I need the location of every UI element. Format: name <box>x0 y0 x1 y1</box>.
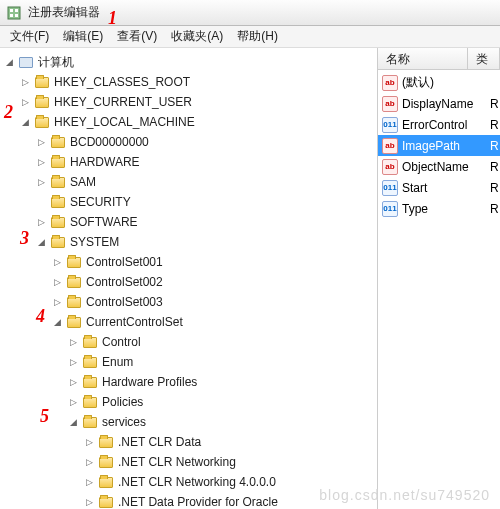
tree-enum[interactable]: Enum <box>102 355 133 369</box>
tree-services[interactable]: services <box>102 415 146 429</box>
value-name: DisplayName <box>402 97 488 111</box>
value-name: Start <box>402 181 488 195</box>
value-name: (默认) <box>402 74 488 91</box>
list-row[interactable]: abDisplayNameR <box>378 93 500 114</box>
toggle-icon[interactable]: ▷ <box>82 475 96 489</box>
toggle-icon[interactable]: ◢ <box>66 415 80 429</box>
list-row[interactable]: ab(默认) <box>378 72 500 93</box>
value-type: R <box>488 181 500 195</box>
tree-root[interactable]: 计算机 <box>38 54 74 71</box>
toggle-icon[interactable]: ◢ <box>18 115 32 129</box>
menu-file[interactable]: 文件(F) <box>4 26 55 47</box>
tree-item[interactable]: .NET CLR Networking 4.0.0.0 <box>118 475 276 489</box>
svg-rect-3 <box>10 14 13 17</box>
folder-icon <box>98 494 114 509</box>
toggle-icon[interactable]: ▷ <box>66 335 80 349</box>
list-pane[interactable]: 名称 类 ab(默认)abDisplayNameR011ErrorControl… <box>378 48 500 509</box>
col-type-header[interactable]: 类 <box>468 48 500 69</box>
list-body: ab(默认)abDisplayNameR011ErrorControlRabIm… <box>378 70 500 221</box>
folder-icon <box>98 474 114 490</box>
tree-hkcr[interactable]: HKEY_CLASSES_ROOT <box>54 75 190 89</box>
folder-icon <box>98 454 114 470</box>
toggle-icon[interactable]: ▷ <box>34 215 48 229</box>
tree-pane[interactable]: ◢计算机 ▷HKEY_CLASSES_ROOT ▷HKEY_CURRENT_US… <box>0 48 378 509</box>
folder-icon <box>82 354 98 370</box>
tree-item[interactable]: .NET Data Provider for Oracle <box>118 495 278 509</box>
toggle-icon[interactable]: ◢ <box>50 315 64 329</box>
col-name-header[interactable]: 名称 <box>378 48 468 69</box>
menu-view[interactable]: 查看(V) <box>111 26 163 47</box>
tree-policies[interactable]: Policies <box>102 395 143 409</box>
string-value-icon: ab <box>382 159 398 175</box>
string-value-icon: ab <box>382 75 398 91</box>
toggle-icon[interactable]: ▷ <box>82 455 96 469</box>
toggle-icon[interactable]: ▷ <box>50 295 64 309</box>
toggle-icon[interactable]: ▷ <box>82 495 96 509</box>
toggle-icon[interactable]: ▷ <box>66 355 80 369</box>
tree-hkcu[interactable]: HKEY_CURRENT_USER <box>54 95 192 109</box>
tree-ccs[interactable]: CurrentControlSet <box>86 315 183 329</box>
folder-icon <box>34 94 50 110</box>
binary-value-icon: 011 <box>382 180 398 196</box>
tree-sam[interactable]: SAM <box>70 175 96 189</box>
folder-icon <box>82 394 98 410</box>
tree-hardware[interactable]: HARDWARE <box>70 155 140 169</box>
tree-item[interactable]: .NET CLR Data <box>118 435 201 449</box>
value-name: ErrorControl <box>402 118 488 132</box>
tree-cs1[interactable]: ControlSet001 <box>86 255 163 269</box>
string-value-icon: ab <box>382 96 398 112</box>
toggle-icon[interactable]: ◢ <box>34 235 48 249</box>
tree-hklm[interactable]: HKEY_LOCAL_MACHINE <box>54 115 195 129</box>
value-type: R <box>488 139 500 153</box>
toggle-icon[interactable]: ▷ <box>50 255 64 269</box>
tree-system[interactable]: SYSTEM <box>70 235 119 249</box>
value-type: R <box>488 202 500 216</box>
window-title: 注册表编辑器 <box>28 4 100 21</box>
binary-value-icon: 011 <box>382 201 398 217</box>
tree-bcd[interactable]: BCD00000000 <box>70 135 149 149</box>
folder-icon <box>98 434 114 450</box>
menu-help[interactable]: 帮助(H) <box>231 26 284 47</box>
folder-icon <box>50 194 66 210</box>
toggle-icon[interactable]: ▷ <box>34 135 48 149</box>
menu-fav[interactable]: 收藏夹(A) <box>165 26 229 47</box>
folder-icon <box>82 334 98 350</box>
toggle-icon[interactable]: ▷ <box>34 155 48 169</box>
list-row[interactable]: abObjectNameR <box>378 156 500 177</box>
tree-software[interactable]: SOFTWARE <box>70 215 138 229</box>
list-row[interactable]: 011StartR <box>378 177 500 198</box>
toggle-icon[interactable]: ▷ <box>18 75 32 89</box>
menu-edit[interactable]: 编辑(E) <box>57 26 109 47</box>
value-name: ObjectName <box>402 160 488 174</box>
tree-hwprof[interactable]: Hardware Profiles <box>102 375 197 389</box>
tree-item[interactable]: .NET CLR Networking <box>118 455 236 469</box>
app-icon <box>6 5 22 21</box>
folder-icon <box>66 254 82 270</box>
toggle-icon[interactable]: ▷ <box>82 435 96 449</box>
list-row[interactable]: 011ErrorControlR <box>378 114 500 135</box>
value-name: Type <box>402 202 488 216</box>
toggle-icon[interactable]: ◢ <box>2 55 16 69</box>
folder-icon <box>34 74 50 90</box>
list-row[interactable]: 011TypeR <box>378 198 500 219</box>
titlebar[interactable]: 注册表编辑器 <box>0 0 500 26</box>
toggle-icon[interactable]: ▷ <box>66 375 80 389</box>
toggle-icon[interactable]: ▷ <box>50 275 64 289</box>
value-type: R <box>488 118 500 132</box>
value-name: ImagePath <box>402 139 488 153</box>
svg-rect-4 <box>15 14 18 17</box>
folder-icon <box>50 234 66 250</box>
folder-icon <box>50 154 66 170</box>
toggle-icon[interactable]: ▷ <box>34 175 48 189</box>
value-type: R <box>488 97 500 111</box>
toggle-icon[interactable]: ▷ <box>18 95 32 109</box>
tree-cs2[interactable]: ControlSet002 <box>86 275 163 289</box>
tree-control[interactable]: Control <box>102 335 141 349</box>
list-row[interactable]: abImagePathR <box>378 135 500 156</box>
tree-cs3[interactable]: ControlSet003 <box>86 295 163 309</box>
folder-icon <box>66 294 82 310</box>
tree-security[interactable]: SECURITY <box>70 195 131 209</box>
computer-icon <box>18 54 34 70</box>
toggle-icon[interactable]: ▷ <box>66 395 80 409</box>
folder-icon <box>34 114 50 130</box>
